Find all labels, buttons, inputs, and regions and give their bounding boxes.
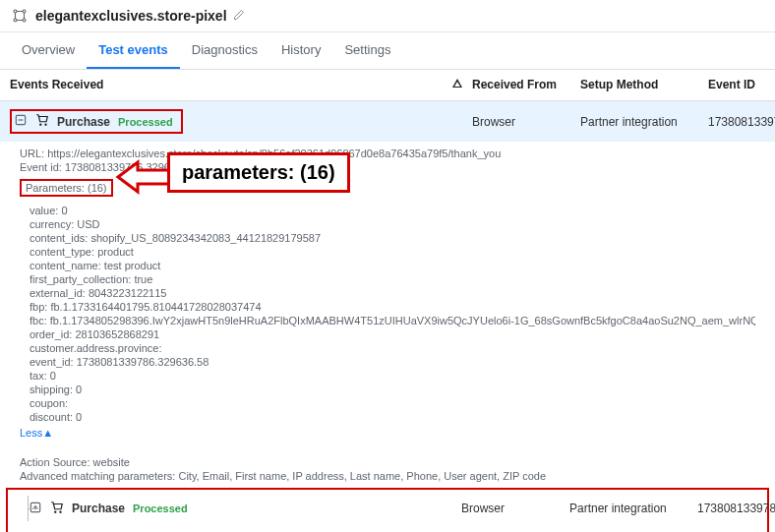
col-header-from: Received From <box>472 78 580 92</box>
cell-method: Partner integration <box>569 502 697 515</box>
status-badge: Processed <box>118 116 173 128</box>
parameter-list: value: 0 currency: USD content_ids: shop… <box>20 203 755 425</box>
cell-id: 1738081339786 <box>708 115 775 129</box>
tab-settings[interactable]: Settings <box>332 32 402 69</box>
svg-point-5 <box>40 124 41 125</box>
advanced-matching: Advanced matching parameters: City, Emai… <box>20 470 775 482</box>
svg-point-6 <box>45 124 46 125</box>
tab-history[interactable]: History <box>269 32 332 69</box>
tab-overview[interactable]: Overview <box>10 32 87 69</box>
pixel-icon <box>10 6 30 26</box>
sub-event-row[interactable]: Purchase Deduplicated i Server Manual Se… <box>8 527 767 532</box>
collapse-icon[interactable] <box>14 113 28 130</box>
sub-events-box: Purchase Processed Browser Partner integ… <box>6 488 769 532</box>
cart-icon <box>35 113 49 130</box>
col-header-warn <box>443 78 472 92</box>
action-source: Action Source: website <box>20 456 775 468</box>
parameters-label[interactable]: Parameters: (16) <box>20 179 113 197</box>
cell-from: Browser <box>461 502 569 515</box>
tab-test-events[interactable]: Test events <box>87 32 180 69</box>
chevron-up-icon: ▲ <box>42 427 53 439</box>
svg-point-1 <box>23 10 26 13</box>
table-header: Events Received Received From Setup Meth… <box>0 70 775 101</box>
tree-connector <box>28 496 29 521</box>
cart-icon <box>50 501 64 517</box>
page-title: elegantexclusives.store-pixel <box>35 8 227 24</box>
event-row-main[interactable]: Purchase Processed Browser Partner integ… <box>0 101 775 142</box>
svg-point-9 <box>60 511 61 512</box>
edit-icon[interactable] <box>233 9 245 24</box>
svg-point-2 <box>14 19 17 22</box>
page-header: elegantexclusives.store-pixel <box>0 0 775 32</box>
less-link[interactable]: Less▲ <box>20 427 755 439</box>
col-header-events: Events Received <box>10 78 443 92</box>
event-name: Purchase <box>57 115 110 129</box>
col-header-method: Setup Method <box>580 78 708 92</box>
tab-diagnostics[interactable]: Diagnostics <box>180 32 269 69</box>
event-details: URL: https://elegantexclusives.store/che… <box>0 142 775 450</box>
cell-from: Browser <box>472 115 580 129</box>
sub-event-row[interactable]: Purchase Processed Browser Partner integ… <box>8 490 767 527</box>
status-badge: Processed <box>133 502 188 514</box>
svg-point-3 <box>23 19 26 22</box>
cell-id: 1738081339786 <box>697 502 775 515</box>
svg-point-0 <box>14 10 17 13</box>
tab-bar: Overview Test events Diagnostics History… <box>0 32 775 70</box>
col-header-id: Event ID <box>708 78 765 92</box>
svg-point-8 <box>55 511 56 512</box>
cell-method: Partner integration <box>580 115 708 129</box>
event-name: Purchase <box>72 502 125 515</box>
